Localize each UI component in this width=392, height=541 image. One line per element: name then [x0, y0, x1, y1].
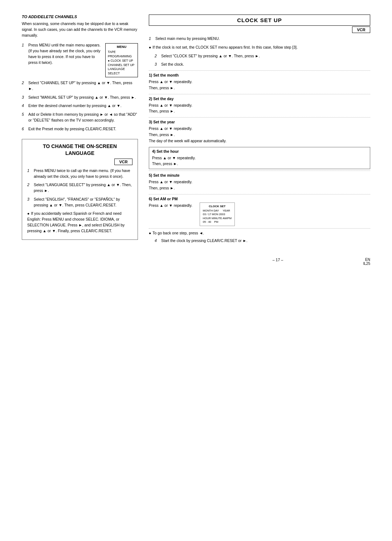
language-section: TO CHANGE THE ON-SCREEN LANGUAGE VCR 1 P… — [22, 139, 138, 240]
step-content: Select "LANGUAGE SELECT" by pressing ▲ o… — [34, 182, 132, 194]
language-steps: 1 Press MENU twice to call up the main m… — [27, 168, 132, 208]
step-number: 5 — [22, 112, 26, 123]
set-minute-section: 5) Set the minute Press ▲ or ▼ repeatedl… — [149, 171, 370, 193]
set-day-section: 2) Set the day Press ▲ or ▼ repeatedly. … — [149, 94, 370, 117]
step-number: 1 — [27, 168, 32, 180]
step-number: 6 — [22, 126, 26, 132]
clock-note-1: If the clock is not set, the CLOCK SET m… — [149, 45, 370, 50]
menu-item: TAPE PROGRAMMING — [108, 50, 135, 59]
set-year-label: 3) Set the year — [149, 120, 370, 124]
language-note: If you accidentally select Spanish or Fr… — [27, 211, 132, 234]
set-minute-label: 5) Set the minute — [149, 173, 370, 177]
menu-title: MENU — [108, 45, 135, 49]
clock-step-1: 1 Select main menu by pressing MENU. — [149, 36, 370, 42]
step-number: 2 — [155, 53, 159, 59]
step-item: 5 Add or Delete it from memory by pressi… — [22, 112, 138, 123]
set-minute-content: Press ▲ or ▼ repeatedly. Then, press ►. — [149, 179, 370, 191]
step-item: 2 Select "LANGUAGE SELECT" by pressing ▲… — [27, 182, 132, 194]
page-footer: – 17 – EN IL25 — [22, 258, 370, 266]
step-content: Press MENU until the main menu appears.(… — [28, 42, 138, 77]
set-ampm-content: Press ▲ or ▼ repeatedly. — [149, 202, 192, 209]
left-column: TO ADD/DELETE CHANNELS When scanning, so… — [22, 15, 138, 247]
set-year-content: Press ▲ or ▼ repeatedly. Then, press ►. … — [149, 126, 370, 144]
step-number: 4 — [155, 238, 159, 244]
clock-setup-title: CLOCK SET UP — [149, 15, 370, 26]
vcr-badge: VCR — [114, 159, 132, 165]
step-item: 4 Enter the desired channel number by pr… — [22, 103, 138, 109]
menu-item: CHANNEL SET UP — [108, 63, 135, 67]
step-number: 1 — [149, 36, 153, 42]
step-text: Start the clock by pressing CLEAR/C.RESE… — [161, 238, 248, 244]
step-item: 2 Select "CHANNEL SET UP" by pressing ▲ … — [22, 80, 138, 92]
menu-item: ● CLOCK SET UP — [108, 59, 135, 63]
step-number: 1 — [22, 42, 26, 77]
step-item: 6 Exit the Preset mode by pressing CLEAR… — [22, 126, 138, 132]
step-number: 3 — [22, 95, 26, 101]
set-hour-section: 4) Set the hour Press ▲ or ▼ repeatedly.… — [149, 147, 370, 169]
set-hour-content: Press ▲ or ▼ repeatedly. Then, press ►. — [152, 155, 367, 167]
step-number: 3 — [155, 62, 159, 67]
set-day-label: 2) Set the day — [149, 97, 370, 101]
menu-item: LANGUAGE SELECT — [108, 67, 135, 76]
set-ampm-row: Press ▲ or ▼ repeatedly. CLOCK SET MONTH… — [149, 202, 370, 226]
step-text: Select main menu by pressing MENU. — [155, 36, 220, 42]
step-content: Select "MANUAL SET UP" by pressing ▲ or … — [28, 95, 138, 101]
step-number: 2 — [27, 182, 32, 194]
clock-step-2: 2 Select "CLOCK SET" by pressing ▲ or ▼.… — [149, 53, 370, 59]
step-item: 3 Select "ENGLISH", "FRANCAIS" or "ESPAÑ… — [27, 197, 132, 208]
step-content: Select "ENGLISH", "FRANCAIS" or "ESPAÑOL… — [34, 197, 132, 208]
set-month-content: Press ▲ or ▼ repeatedly. Then, press ►. — [149, 79, 370, 91]
set-ampm-label: 6) Set AM or PM — [149, 197, 370, 201]
add-delete-title: TO ADD/DELETE CHANNELS — [22, 15, 138, 19]
step-number: 3 — [27, 197, 32, 208]
step-number: 2 — [22, 80, 26, 92]
step-content: Press MENU twice to call up the main men… — [34, 168, 132, 180]
set-hour-label: 4) Set the hour — [152, 149, 367, 153]
go-back-note: To go back one step, press ◄. — [149, 231, 370, 235]
language-section-title: TO CHANGE THE ON-SCREEN LANGUAGE — [27, 143, 132, 156]
clock-step-3: 3 Set the clock. — [149, 62, 370, 67]
step-item: 3 Select "MANUAL SET UP" by pressing ▲ o… — [22, 95, 138, 101]
step-number: 4 — [22, 103, 26, 109]
page-container: TO ADD/DELETE CHANNELS When scanning, so… — [22, 15, 370, 247]
clock-image-box: CLOCK SET MONTH DAY YEAR 03 / 17 MON 200… — [200, 202, 235, 226]
step-text: Set the clock. — [161, 62, 184, 67]
add-delete-intro: When scanning, some channels may be skip… — [22, 21, 138, 38]
step-content: Select "CHANNEL SET UP" by pressing ▲ or… — [28, 80, 138, 92]
step-text: Select "CLOCK SET" by pressing ▲ or ▼. T… — [161, 53, 260, 59]
clock-vcr-badge: VCR — [352, 26, 370, 33]
step-text: Press MENU until the main menu appears.(… — [28, 42, 102, 65]
set-year-section: 3) Set the year Press ▲ or ▼ repeatedly.… — [149, 117, 370, 146]
right-column: CLOCK SET UP VCR 1 Select main menu by p… — [149, 15, 370, 247]
set-month-section: 1) Set the month Press ▲ or ▼ repeatedly… — [149, 70, 370, 93]
step-content: Exit the Preset mode by pressing CLEAR/C… — [28, 126, 138, 132]
step-item: 1 Press MENU until the main menu appears… — [22, 42, 138, 77]
step-content: Add or Delete it from memory by pressing… — [28, 112, 138, 123]
page-number: – 17 – — [192, 258, 363, 266]
set-day-content: Press ▲ or ▼ repeatedly. Then, press ►. — [149, 102, 370, 115]
add-delete-section: TO ADD/DELETE CHANNELS When scanning, so… — [22, 15, 138, 132]
set-ampm-section: 6) Set AM or PM Press ▲ or ▼ repeatedly.… — [149, 194, 370, 229]
set-month-label: 1) Set the month — [149, 73, 370, 77]
step-content-inline: Press MENU until the main menu appears.(… — [28, 42, 138, 77]
step-item: 1 Press MENU twice to call up the main m… — [27, 168, 132, 180]
menu-box: MENU TAPE PROGRAMMING ● CLOCK SET UP CHA… — [105, 43, 138, 77]
add-delete-steps: 1 Press MENU until the main menu appears… — [22, 42, 138, 132]
page-lang: EN IL25 — [363, 258, 370, 266]
clock-step-4: 4 Start the clock by pressing CLEAR/C.RE… — [149, 238, 370, 244]
step-content: Enter the desired channel number by pres… — [28, 103, 138, 109]
